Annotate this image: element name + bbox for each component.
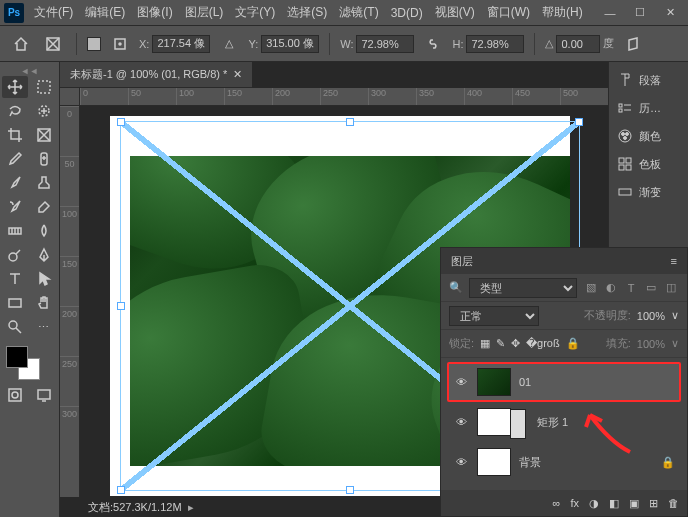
angle-input[interactable] [556,35,600,53]
visibility-icon[interactable]: 👁 [453,374,469,390]
delta-icon[interactable]: △ [216,33,242,55]
home-icon[interactable] [8,33,34,55]
marquee-tool[interactable] [31,76,57,98]
lock-transparency-icon[interactable]: ▦ [480,337,490,350]
layer-item-rect[interactable]: 👁 矩形 1 [447,402,681,442]
lock-position-icon[interactable]: ✥ [511,337,520,350]
lock-icon[interactable]: 🔒 [661,456,675,469]
group-icon[interactable]: ▣ [629,497,639,510]
search-icon[interactable]: 🔍 [449,281,463,294]
window-minimize[interactable]: — [596,3,624,23]
menu-view[interactable]: 视图(V) [429,4,481,21]
layer-name[interactable]: 矩形 1 [537,415,675,430]
pen-tool[interactable] [31,244,57,266]
blur-tool[interactable] [31,220,57,242]
opacity-value[interactable]: 100% [637,310,665,322]
menu-filter[interactable]: 滤镜(T) [333,4,384,21]
panel-menu-icon[interactable]: ≡ [671,255,677,267]
hand-tool[interactable] [31,292,57,314]
transform-handle-ne[interactable] [575,118,583,126]
healing-tool[interactable] [31,148,57,170]
zoom-tool[interactable] [2,316,28,338]
eraser-tool[interactable] [31,196,57,218]
quickmask-tool[interactable] [2,384,28,406]
dodge-tool[interactable] [2,244,28,266]
reference-point-toggle[interactable] [87,37,101,51]
filter-type-icon[interactable]: T [623,280,639,296]
menu-image[interactable]: 图像(I) [131,4,178,21]
filter-smart-icon[interactable]: ◫ [663,280,679,296]
layer-item-01[interactable]: 👁 01 [447,362,681,402]
fill-value[interactable]: 100% [637,338,665,350]
delete-icon[interactable]: 🗑 [668,497,679,509]
stamp-tool[interactable] [31,172,57,194]
eyedropper-tool[interactable] [2,148,28,170]
crop-tool[interactable] [2,124,28,146]
menu-help[interactable]: 帮助(H) [536,4,589,21]
edit-toolbar[interactable]: ⋯ [31,316,57,338]
transform-icon[interactable] [40,33,66,55]
ruler-origin[interactable] [60,88,80,106]
menu-select[interactable]: 选择(S) [281,4,333,21]
history-panel-button[interactable]: 历… [609,94,688,122]
skew-icon[interactable] [620,33,646,55]
gradient-panel-button[interactable]: 渐变 [609,178,688,206]
ruler-horizontal[interactable]: 050100150200250300350400450500 [80,88,608,106]
adjustment-icon[interactable]: ◧ [609,497,619,510]
menu-window[interactable]: 窗口(W) [481,4,536,21]
transform-handle-nw[interactable] [117,118,125,126]
window-maximize[interactable]: ☐ [626,3,654,23]
w-input[interactable] [356,35,414,53]
layer-name[interactable]: 背景 [519,455,653,470]
brush-tool[interactable] [2,172,28,194]
gradient-tool[interactable] [2,220,28,242]
document-tab[interactable]: 未标题-1 @ 100% (01, RGB/8) * ✕ [60,62,252,88]
layer-thumbnail[interactable] [477,368,511,396]
transform-handle-w[interactable] [117,302,125,310]
window-close[interactable]: ✕ [656,3,684,23]
paragraph-panel-button[interactable]: 段落 [609,66,688,94]
type-tool[interactable] [2,268,28,290]
visibility-icon[interactable]: 👁 [453,454,469,470]
transform-handle-n[interactable] [346,118,354,126]
swatches-panel-button[interactable]: 色板 [609,150,688,178]
frame-tool[interactable] [31,124,57,146]
layer-thumbnail[interactable] [477,408,511,436]
mask-icon[interactable]: ◑ [589,497,599,510]
history-brush-tool[interactable] [2,196,28,218]
h-input[interactable] [466,35,524,53]
color-swatches[interactable] [2,344,57,384]
filter-shape-icon[interactable]: ▭ [643,280,659,296]
filter-pixel-icon[interactable]: ▧ [583,280,599,296]
menu-file[interactable]: 文件(F) [28,4,79,21]
visibility-icon[interactable]: 👁 [453,414,469,430]
menu-layer[interactable]: 图层(L) [179,4,230,21]
blend-mode-select[interactable]: 正常 [449,306,539,326]
lock-artboard-icon[interactable]: �groß [526,337,560,350]
lock-all-icon[interactable]: 🔒 [566,337,580,350]
transform-handle-sw[interactable] [117,486,125,494]
menu-3d[interactable]: 3D(D) [385,6,429,20]
quick-select-tool[interactable] [31,100,57,122]
color-panel-button[interactable]: 颜色 [609,122,688,150]
layer-name[interactable]: 01 [519,376,675,388]
lock-brush-icon[interactable]: ✎ [496,337,505,350]
reference-point-icon[interactable] [107,33,133,55]
rectangle-tool[interactable] [2,292,28,314]
layer-thumbnail[interactable] [477,448,511,476]
menu-edit[interactable]: 编辑(E) [79,4,131,21]
foreground-color[interactable] [6,346,28,368]
toolbar-collapse[interactable]: ◄◄ [2,66,57,76]
menu-type[interactable]: 文字(Y) [229,4,281,21]
layer-filter-select[interactable]: 类型 [469,278,577,298]
y-input[interactable] [261,35,319,53]
ruler-vertical[interactable]: 050100150200250300 [60,106,80,497]
fx-icon[interactable]: fx [570,497,579,509]
transform-handle-s[interactable] [346,486,354,494]
link-icon[interactable] [420,33,446,55]
new-layer-icon[interactable]: ⊞ [649,497,658,510]
filter-adjust-icon[interactable]: ◐ [603,280,619,296]
link-layers-icon[interactable]: ∞ [553,497,561,509]
move-tool[interactable] [2,76,28,98]
screenmode-tool[interactable] [31,384,57,406]
